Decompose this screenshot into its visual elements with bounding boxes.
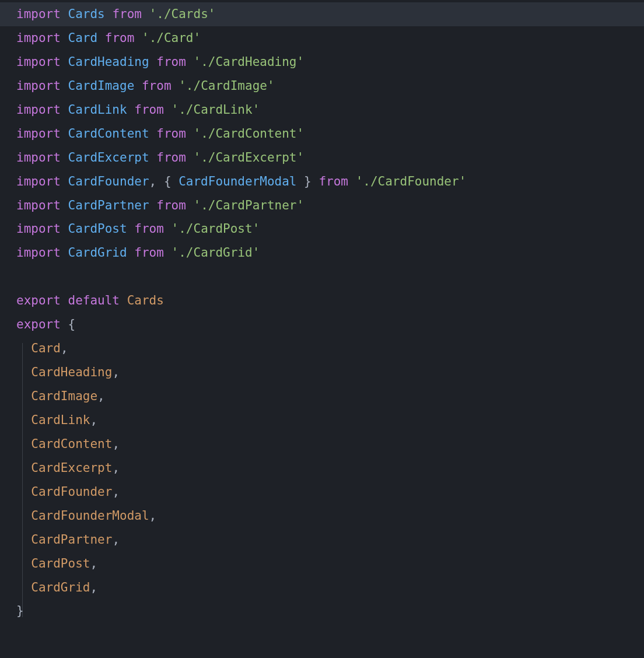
token-keyword: export <box>16 293 61 307</box>
code-line[interactable]: CardPost, <box>16 552 644 576</box>
code-line[interactable]: } <box>16 599 644 623</box>
code-line[interactable]: CardImage, <box>16 384 644 408</box>
token-punct: , <box>112 485 120 499</box>
token-punct <box>16 365 31 379</box>
token-punct <box>164 222 172 236</box>
token-type: CardLink <box>68 103 127 117</box>
code-line[interactable]: CardGrid, <box>16 576 644 600</box>
code-line[interactable]: export default Cards <box>16 289 644 313</box>
token-punct <box>61 31 68 45</box>
token-punct <box>127 103 135 117</box>
token-type: CardImage <box>68 79 135 93</box>
token-orange: CardPartner <box>31 533 112 547</box>
token-keyword: default <box>68 293 120 307</box>
token-punct <box>61 198 68 212</box>
token-keyword: import <box>16 246 61 260</box>
token-orange: CardImage <box>31 389 97 403</box>
token-keyword: import <box>16 174 61 188</box>
code-line[interactable]: CardExcerpt, <box>16 456 644 480</box>
token-punct <box>134 79 142 93</box>
code-line[interactable] <box>16 265 644 289</box>
token-keyword: from <box>142 79 172 93</box>
token-punct <box>127 222 135 236</box>
code-line[interactable]: import CardPartner from './CardPartner' <box>16 194 644 218</box>
token-keyword: from <box>156 198 186 212</box>
token-punct <box>120 293 127 307</box>
token-orange: CardExcerpt <box>31 461 112 475</box>
token-string: './Card' <box>142 31 201 45</box>
token-keyword: from <box>134 103 164 117</box>
code-line[interactable]: export { <box>16 313 644 337</box>
token-punct <box>61 103 68 117</box>
token-type: CardFounder <box>68 174 149 188</box>
code-line[interactable]: import Card from './Card' <box>16 26 644 50</box>
code-line[interactable]: CardLink, <box>16 408 644 432</box>
token-punct: , <box>90 413 97 427</box>
code-line[interactable]: import Cards from './Cards' <box>0 2 644 26</box>
token-punct <box>61 293 68 307</box>
token-punct: , <box>97 389 105 403</box>
token-punct <box>61 127 68 141</box>
code-line[interactable]: CardContent, <box>16 432 644 456</box>
token-keyword: from <box>318 174 348 188</box>
token-string: './CardPartner' <box>193 198 304 212</box>
token-type: Cards <box>68 7 105 21</box>
code-line[interactable]: import CardGrid from './CardGrid' <box>16 241 644 265</box>
code-line[interactable]: CardHeading, <box>16 360 644 384</box>
token-string: './Cards' <box>149 7 216 21</box>
token-keyword: import <box>16 127 61 141</box>
token-punct: } <box>296 174 318 188</box>
code-line[interactable]: import CardContent from './CardContent' <box>16 122 644 146</box>
token-punct <box>61 7 68 21</box>
token-punct <box>149 127 157 141</box>
token-punct: , <box>112 365 120 379</box>
token-punct <box>16 485 31 499</box>
token-punct <box>134 31 142 45</box>
token-keyword: import <box>16 79 61 93</box>
token-keyword: import <box>16 55 61 69</box>
token-punct <box>149 150 157 164</box>
token-keyword: from <box>134 246 164 260</box>
code-line[interactable]: Card, <box>16 337 644 360</box>
token-keyword: import <box>16 7 61 21</box>
token-type: CardExcerpt <box>68 150 149 164</box>
token-punct <box>16 437 31 451</box>
code-line[interactable]: import CardImage from './CardImage' <box>16 74 644 98</box>
token-punct <box>348 174 356 188</box>
token-orange: CardPost <box>31 556 90 570</box>
token-punct <box>142 7 149 21</box>
code-line[interactable]: CardFounder, <box>16 480 644 504</box>
token-punct: } <box>16 604 24 618</box>
token-punct: , <box>61 341 68 355</box>
token-orange: CardFounder <box>31 485 112 499</box>
token-orange: Card <box>31 341 61 355</box>
token-punct <box>16 461 31 475</box>
code-line[interactable]: import CardExcerpt from './CardExcerpt' <box>16 146 644 170</box>
token-orange: Cards <box>127 293 164 307</box>
token-punct <box>61 246 68 260</box>
token-punct: { <box>61 317 75 331</box>
token-punct: , <box>90 580 97 594</box>
code-line[interactable]: CardFounderModal, <box>16 504 644 528</box>
code-line[interactable]: import CardPost from './CardPost' <box>16 217 644 241</box>
token-string: './CardGrid' <box>172 246 260 260</box>
token-punct <box>186 127 194 141</box>
code-line[interactable]: import CardLink from './CardLink' <box>16 98 644 122</box>
token-keyword: from <box>156 55 186 69</box>
code-editor[interactable]: import Cards from './Cards'import Card f… <box>0 0 644 623</box>
code-line[interactable]: import CardFounder, { CardFounderModal }… <box>16 170 644 194</box>
token-string: './CardPost' <box>172 222 260 236</box>
code-line[interactable]: CardPartner, <box>16 528 644 552</box>
token-punct <box>61 55 68 69</box>
token-keyword: import <box>16 222 61 236</box>
token-orange: CardGrid <box>31 580 90 594</box>
token-punct <box>186 55 194 69</box>
token-punct <box>61 79 68 93</box>
token-type: Card <box>68 31 98 45</box>
token-punct <box>186 150 194 164</box>
token-punct <box>61 174 68 188</box>
token-string: './CardContent' <box>193 127 304 141</box>
token-punct <box>186 198 194 212</box>
token-type: CardGrid <box>68 246 127 260</box>
code-line[interactable]: import CardHeading from './CardHeading' <box>16 50 644 74</box>
